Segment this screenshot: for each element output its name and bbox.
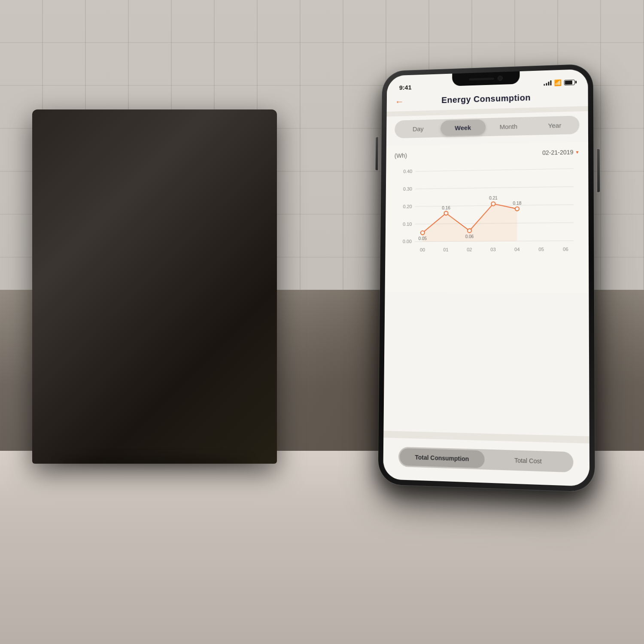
svg-text:04: 04 bbox=[514, 247, 519, 252]
status-icons: 📶 bbox=[544, 79, 575, 86]
data-point-1 bbox=[444, 211, 448, 215]
svg-text:05: 05 bbox=[538, 246, 544, 252]
svg-text:06: 06 bbox=[563, 246, 568, 252]
tab-day[interactable]: Day bbox=[396, 121, 440, 137]
svg-text:0.00: 0.00 bbox=[403, 239, 412, 244]
phone-device: 9:41 📶 ← bbox=[378, 64, 595, 492]
spacer bbox=[383, 295, 589, 436]
tab-month[interactable]: Month bbox=[486, 118, 532, 135]
chart-date-value: 02-21-2019 bbox=[542, 149, 574, 156]
coffee-maker bbox=[32, 109, 277, 464]
svg-text:0.10: 0.10 bbox=[403, 222, 412, 227]
svg-text:01: 01 bbox=[443, 247, 448, 252]
chart-header: (Wh) 02-21-2019 ▼ bbox=[390, 149, 584, 159]
svg-text:0.21: 0.21 bbox=[489, 196, 498, 200]
page-title: Energy Consumption bbox=[441, 93, 531, 105]
data-point-4 bbox=[515, 207, 519, 211]
front-camera bbox=[498, 76, 503, 81]
svg-text:0.18: 0.18 bbox=[513, 201, 522, 206]
app-content: ← Energy Consumption Day Week Month Year bbox=[383, 88, 589, 486]
tab-container: Day Week Month Year bbox=[386, 111, 588, 143]
svg-text:03: 03 bbox=[490, 247, 495, 252]
svg-text:00: 00 bbox=[420, 247, 425, 252]
speaker bbox=[469, 77, 494, 80]
wifi-icon: 📶 bbox=[554, 79, 562, 86]
period-tabs: Day Week Month Year bbox=[395, 115, 579, 138]
tab-year[interactable]: Year bbox=[532, 117, 578, 134]
tab-total-consumption[interactable]: Total Consumption bbox=[400, 448, 485, 468]
battery-icon bbox=[564, 79, 575, 85]
phone-screen: 9:41 📶 ← bbox=[383, 69, 589, 486]
chart-area: (Wh) 02-21-2019 ▼ bbox=[385, 142, 589, 293]
chart-unit-label: (Wh) bbox=[395, 152, 407, 159]
phone-frame: 9:41 📶 ← bbox=[378, 64, 595, 492]
svg-text:0.06: 0.06 bbox=[465, 234, 474, 239]
tab-total-cost[interactable]: Total Cost bbox=[485, 451, 572, 471]
bottom-tabs-container: Total Consumption Total Cost bbox=[383, 437, 589, 486]
status-time: 9:41 bbox=[399, 84, 412, 91]
signal-icon bbox=[544, 80, 551, 85]
svg-text:0.16: 0.16 bbox=[442, 205, 450, 210]
data-point-2 bbox=[468, 229, 471, 233]
chart-svg: 0.40 0.30 0.20 0.10 0.00 00 01 02 03 04 bbox=[391, 161, 582, 273]
svg-text:0.30: 0.30 bbox=[403, 186, 412, 191]
metric-tabs: Total Consumption Total Cost bbox=[398, 447, 574, 473]
svg-text:0.40: 0.40 bbox=[403, 169, 412, 174]
phone-notch bbox=[452, 71, 519, 86]
data-point-0 bbox=[421, 231, 425, 235]
line-chart: 0.40 0.30 0.20 0.10 0.00 00 01 02 03 04 bbox=[389, 161, 584, 275]
tab-week[interactable]: Week bbox=[440, 119, 486, 136]
data-point-3 bbox=[491, 202, 495, 206]
svg-text:02: 02 bbox=[467, 247, 472, 252]
back-button[interactable]: ← bbox=[395, 96, 404, 107]
svg-text:0.05: 0.05 bbox=[418, 236, 427, 241]
dropdown-arrow-icon: ▼ bbox=[575, 150, 580, 155]
chart-date-selector[interactable]: 02-21-2019 ▼ bbox=[542, 149, 580, 156]
svg-text:0.20: 0.20 bbox=[403, 204, 412, 209]
